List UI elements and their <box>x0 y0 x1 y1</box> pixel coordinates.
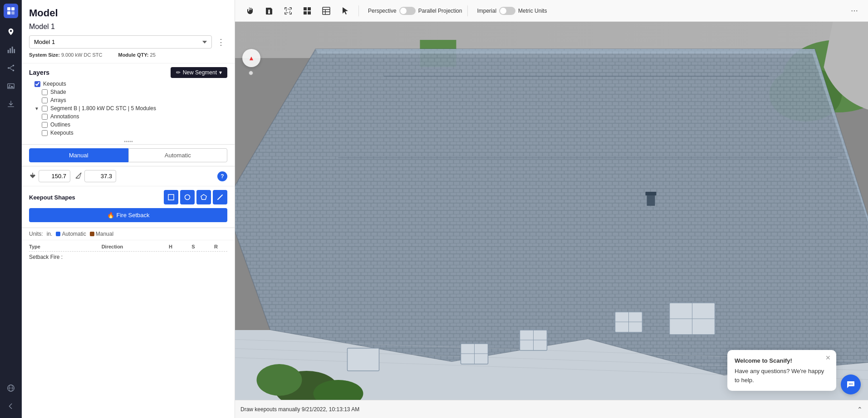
nav-download[interactable] <box>3 96 19 112</box>
layer-item-keepouts[interactable]: Keepouts <box>25 80 231 88</box>
tab-manual[interactable]: Manual <box>29 148 128 162</box>
collapse-icon[interactable]: ▼ <box>34 106 39 111</box>
svg-point-10 <box>12 70 14 72</box>
model-selector-row: Model 1Model 2 ⋮ <box>29 35 227 49</box>
table-tool[interactable] <box>319 3 334 19</box>
layer-label-arrays: Arrays <box>50 97 66 103</box>
automatic-badge: Automatic <box>56 231 86 237</box>
left-nav <box>0 0 22 418</box>
system-info: System Size: 9.000 kW DC STC Module QTY:… <box>29 52 227 58</box>
tab-row: Manual Automatic <box>22 145 235 166</box>
chat-popup-body: Have any questions? We're happy to help. <box>735 367 829 384</box>
layer-item-outlines[interactable]: Outlines <box>25 121 231 129</box>
shape-line[interactable] <box>213 190 227 204</box>
shape-rectangle[interactable] <box>164 190 178 204</box>
col-h: H <box>159 244 182 249</box>
svg-point-79 <box>257 364 302 396</box>
col-direction: Direction <box>65 244 159 249</box>
svg-rect-75 <box>348 348 379 371</box>
top-right-menu[interactable]: ⋯ <box>848 5 861 17</box>
layers-section: Layers ✏ New Segment ▾ Keepouts Shade Ar… <box>22 63 235 145</box>
drag-handle[interactable] <box>22 139 235 144</box>
nav-image[interactable] <box>3 78 19 94</box>
azimuth-input[interactable] <box>39 170 70 182</box>
layer-item-shade[interactable]: Shade <box>25 88 231 96</box>
layer-item-segment-b[interactable]: ▼ Segment B | 1.800 kW DC STC | 5 Module… <box>25 104 231 112</box>
help-icon[interactable]: ? <box>217 171 227 181</box>
shade-checkbox[interactable] <box>42 89 48 95</box>
segment-b-checkbox[interactable] <box>42 106 48 112</box>
col-r: R <box>205 244 227 249</box>
parallel-label: Parallel Projection <box>418 8 462 14</box>
chat-live-button[interactable] <box>841 374 861 394</box>
azimuth-icon <box>29 172 36 180</box>
svg-marker-36 <box>343 7 348 15</box>
svg-rect-28 <box>304 7 307 10</box>
svg-marker-25 <box>201 194 206 199</box>
status-bar: Draw keepouts manually 9/21/2022, 10:13:… <box>235 400 868 418</box>
pencil-icon: ✏ <box>176 69 181 76</box>
toolbar-separator-1 <box>358 5 359 16</box>
nav-globe[interactable] <box>3 380 19 396</box>
fit-tool[interactable] <box>280 3 296 19</box>
grid-tool[interactable] <box>299 3 315 19</box>
cursor-tool[interactable] <box>338 3 353 19</box>
save-tool[interactable] <box>261 3 277 19</box>
svg-rect-6 <box>11 47 13 53</box>
shape-polygon[interactable] <box>196 190 211 204</box>
automatic-label: Automatic <box>62 231 86 237</box>
svg-point-19 <box>126 141 127 142</box>
new-segment-button[interactable]: ✏ New Segment ▾ <box>171 67 227 78</box>
svg-point-83 <box>850 384 851 384</box>
svg-rect-3 <box>11 11 15 15</box>
status-message: Draw keepouts manually 9/21/2022, 10:13:… <box>240 406 359 413</box>
svg-rect-31 <box>308 11 311 15</box>
roof-viewport[interactable] <box>235 22 868 400</box>
layer-item-keepouts-2[interactable]: Keepouts <box>25 129 231 137</box>
svg-point-18 <box>124 141 125 142</box>
status-chevron-up[interactable]: ⌃ <box>857 406 863 413</box>
arrays-checkbox[interactable] <box>42 97 48 103</box>
pitch-input[interactable] <box>84 170 116 182</box>
sidebar-header: Model Model 1 Model 1Model 2 ⋮ System Si… <box>22 0 235 63</box>
layers-header: Layers ✏ New Segment ▾ <box>22 63 235 80</box>
shape-circle[interactable] <box>180 190 195 204</box>
nav-share[interactable] <box>3 60 19 76</box>
chevron-down-icon: ▾ <box>219 69 222 76</box>
annotations-checkbox[interactable] <box>42 114 48 120</box>
imperial-toggle[interactable] <box>499 7 515 15</box>
model-select[interactable]: Model 1Model 2 <box>29 35 212 49</box>
col-s: S <box>182 244 205 249</box>
keepouts-checkbox[interactable] <box>34 81 40 87</box>
units-toggle-group: Imperial Metric Units <box>477 7 547 15</box>
chat-close-button[interactable]: ✕ <box>824 354 833 363</box>
keepouts2-checkbox[interactable] <box>42 130 48 136</box>
layer-label-segment-b: Segment B | 1.800 kW DC STC | 5 Modules <box>50 105 156 112</box>
toolbar-separator-2 <box>467 5 468 16</box>
layer-item-arrays[interactable]: Arrays <box>25 96 231 104</box>
app-logo[interactable] <box>4 4 18 18</box>
nav-map[interactable] <box>3 24 19 40</box>
svg-point-20 <box>128 141 129 142</box>
perspective-label: Perspective <box>368 8 397 14</box>
chat-popup-title: Welcome to Scanify! <box>735 356 829 365</box>
svg-marker-55 <box>235 49 868 375</box>
hand-tool[interactable] <box>242 3 258 19</box>
svg-rect-77 <box>646 192 657 195</box>
svg-point-14 <box>9 85 10 86</box>
outlines-checkbox[interactable] <box>42 122 48 128</box>
svg-rect-29 <box>308 7 311 10</box>
svg-point-84 <box>852 384 853 384</box>
nav-analytics[interactable] <box>3 42 19 58</box>
layer-label-shade: Shade <box>50 89 66 95</box>
layer-item-annotations[interactable]: Annotations <box>25 112 231 121</box>
fire-setback-button[interactable]: 🔥 Fire Setback <box>29 208 227 222</box>
tab-automatic[interactable]: Automatic <box>128 148 228 162</box>
roof-scene <box>235 22 868 400</box>
compass-widget[interactable] <box>242 49 260 67</box>
units-value: in. <box>47 231 53 237</box>
svg-rect-30 <box>304 11 307 15</box>
model-kebab-menu[interactable]: ⋮ <box>215 36 227 49</box>
perspective-toggle[interactable] <box>399 7 416 15</box>
nav-back[interactable] <box>3 398 19 414</box>
